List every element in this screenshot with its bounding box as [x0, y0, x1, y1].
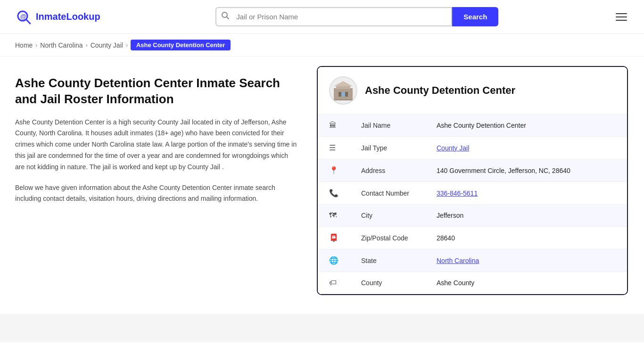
row-label: Jail Type	[350, 137, 425, 159]
row-value: 28640	[425, 227, 627, 249]
info-table: 🏛Jail NameAshe County Detention Center☰J…	[318, 115, 627, 294]
facility-building-icon	[331, 79, 355, 102]
main-content: Ashe County Detention Center Inmate Sear…	[0, 57, 644, 314]
row-icon: 📞	[318, 182, 350, 205]
card-header: Ashe County Detention Center	[318, 67, 627, 115]
hamburger-menu-button[interactable]	[614, 11, 629, 23]
row-value: Jefferson	[425, 205, 627, 227]
row-icon: 🏛	[318, 115, 350, 137]
table-row: 🏷CountyAshe County	[318, 272, 627, 294]
row-value: 336-846-5611	[425, 182, 627, 205]
breadcrumb-type[interactable]: County Jail	[91, 41, 123, 49]
footer-bar	[0, 314, 644, 342]
logo-text: InmateLookup	[36, 11, 100, 22]
row-icon: 📍	[318, 159, 350, 182]
svg-text:@: @	[20, 13, 26, 20]
search-area: Search	[215, 7, 498, 26]
table-row: 📍Address140 Government Circle, Jefferson…	[318, 159, 627, 182]
row-icon: 🏷	[318, 272, 350, 294]
row-label: Jail Name	[350, 115, 425, 137]
row-label: County	[350, 272, 425, 294]
breadcrumb: Home › North Carolina › County Jail › As…	[0, 34, 644, 57]
search-button[interactable]: Search	[452, 7, 498, 26]
menu-line-2	[616, 16, 627, 17]
left-column: Ashe County Detention Center Inmate Sear…	[15, 75, 317, 205]
row-value: North Carolina	[425, 249, 627, 272]
table-row: ☰Jail TypeCounty Jail	[318, 137, 627, 159]
facility-name-heading: Ashe County Detention Center	[365, 84, 515, 97]
logo-icon: @	[15, 8, 32, 25]
search-input[interactable]	[234, 8, 451, 25]
row-label: City	[350, 205, 425, 227]
page-description-2: Below we have given information about th…	[15, 182, 298, 205]
svg-rect-6	[336, 86, 350, 89]
chevron-icon-2: ›	[86, 42, 88, 49]
svg-rect-8	[339, 92, 341, 97]
menu-line-3	[616, 20, 627, 21]
row-value: County Jail	[425, 137, 627, 159]
info-card: Ashe County Detention Center 🏛Jail NameA…	[317, 66, 628, 295]
table-row: 🗺CityJefferson	[318, 205, 627, 227]
breadcrumb-home[interactable]: Home	[15, 41, 33, 49]
svg-rect-10	[341, 92, 345, 97]
chevron-icon-1: ›	[35, 42, 37, 49]
table-row: 🌐StateNorth Carolina	[318, 249, 627, 272]
table-row: 📮Zip/Postal Code28640	[318, 227, 627, 249]
search-wrapper	[215, 7, 452, 26]
chevron-icon-3: ›	[126, 42, 128, 49]
header: @ InmateLookup Search	[0, 0, 644, 34]
row-value: Ashe County Detention Center	[425, 115, 627, 137]
row-value: 140 Government Circle, Jefferson, NC, 28…	[425, 159, 627, 182]
facility-avatar	[329, 76, 357, 105]
svg-marker-7	[334, 81, 353, 86]
breadcrumb-state[interactable]: North Carolina	[40, 41, 83, 49]
svg-line-4	[227, 17, 229, 19]
row-icon: 📮	[318, 227, 350, 249]
row-label: State	[350, 249, 425, 272]
row-icon: 🌐	[318, 249, 350, 272]
table-row: 📞Contact Number336-846-5611	[318, 182, 627, 205]
breadcrumb-current: Ashe County Detention Center	[131, 40, 231, 50]
row-icon: ☰	[318, 137, 350, 159]
svg-line-1	[26, 19, 30, 24]
svg-rect-11	[334, 99, 353, 100]
menu-line-1	[616, 13, 627, 14]
page-description-1: Ashe County Detention Center is a high s…	[15, 117, 298, 173]
row-label: Contact Number	[350, 182, 425, 205]
svg-rect-9	[345, 92, 348, 97]
row-value: Ashe County	[425, 272, 627, 294]
row-icon: 🗺	[318, 205, 350, 227]
search-icon	[216, 11, 234, 22]
row-label: Zip/Postal Code	[350, 227, 425, 249]
table-row: 🏛Jail NameAshe County Detention Center	[318, 115, 627, 137]
row-label: Address	[350, 159, 425, 182]
logo[interactable]: @ InmateLookup	[15, 8, 100, 25]
page-title: Ashe County Detention Center Inmate Sear…	[15, 75, 298, 107]
